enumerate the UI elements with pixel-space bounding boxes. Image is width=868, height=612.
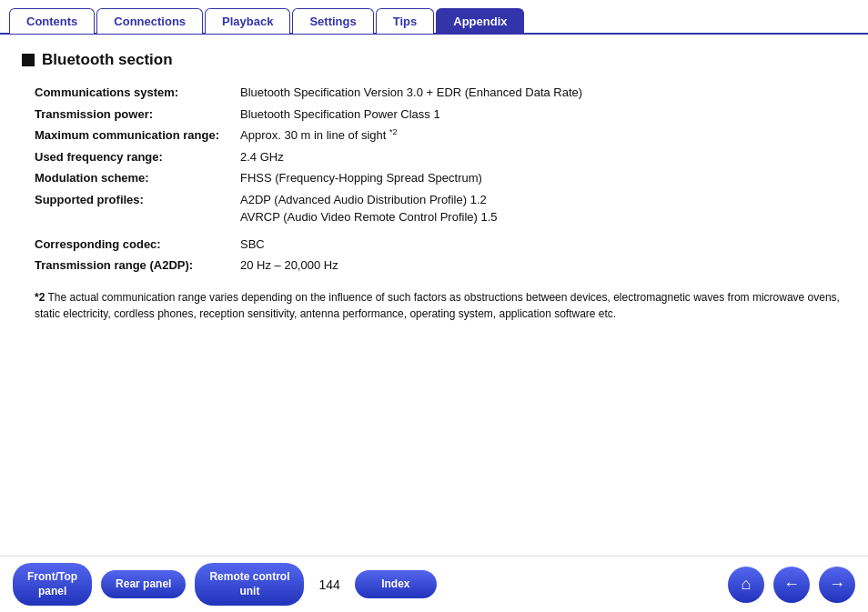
footnote-text: The actual communication range varies de… [35, 291, 840, 321]
spec-label-6: Corresponding codec: [22, 234, 240, 256]
remote-control-unit-button[interactable]: Remote control unit [195, 563, 304, 606]
back-button[interactable]: ← [773, 567, 810, 603]
tab-tips[interactable]: Tips [376, 8, 435, 34]
spec-label-3: Used frequency range: [22, 146, 240, 168]
spec-value-6: SBC [240, 234, 846, 256]
nav-tabs: Contents Connections Playback Settings T… [0, 0, 868, 35]
spec-value-7: 20 Hz – 20,000 Hz [240, 255, 846, 276]
spec-label-5: Supported profiles: [22, 189, 240, 228]
index-button[interactable]: Index [355, 570, 437, 599]
spec-value-0: Bluetooth Specification Version 3.0 + ED… [240, 82, 846, 104]
section-title-text: Bluetooth section [42, 51, 173, 69]
spec-label-0: Communications system: [22, 82, 240, 104]
spec-table: Communications system:Bluetooth Specific… [22, 82, 846, 276]
forward-icon: → [829, 575, 845, 594]
tab-connections[interactable]: Connections [96, 8, 203, 34]
page-number: 144 [313, 577, 345, 592]
home-icon: ⌂ [742, 575, 752, 594]
back-icon: ← [783, 575, 800, 594]
tab-settings[interactable]: Settings [292, 8, 373, 34]
spec-label-1: Transmission power: [22, 104, 240, 125]
spec-row-2: Maximum communication range:Approx. 30 m… [22, 125, 846, 146]
spec-value-2: Approx. 30 m in line of sight *2 [240, 125, 846, 146]
main-content: Bluetooth section Communications system:… [0, 35, 868, 332]
spec-label-4: Modulation scheme: [22, 167, 240, 189]
front-top-panel-button[interactable]: Front/Top panel [13, 563, 92, 606]
footnote-marker: *2 [35, 291, 45, 304]
spec-value-3: 2.4 GHz [240, 146, 846, 168]
tab-appendix[interactable]: Appendix [436, 8, 524, 34]
spec-row-5: Supported profiles:A2DP (Advanced Audio … [22, 189, 846, 228]
spec-row-6: Corresponding codec:SBC [22, 234, 846, 256]
tab-playback[interactable]: Playback [205, 8, 290, 34]
spec-value-4: FHSS (Frequency-Hopping Spread Spectrum) [240, 167, 846, 189]
footnote: *2 The actual communication range varies… [22, 289, 846, 323]
spec-row-4: Modulation scheme:FHSS (Frequency-Hoppin… [22, 167, 846, 189]
spec-row-3: Used frequency range:2.4 GHz [22, 146, 846, 168]
section-bullet [22, 54, 35, 66]
rear-panel-button[interactable]: Rear panel [101, 570, 186, 599]
home-button[interactable]: ⌂ [728, 567, 764, 603]
spec-label-2: Maximum communication range: [22, 125, 240, 146]
forward-button[interactable]: → [819, 567, 855, 603]
spec-value-1: Bluetooth Specification Power Class 1 [240, 104, 846, 125]
spec-row-0: Communications system:Bluetooth Specific… [22, 82, 846, 104]
bottom-nav: Front/Top panel Rear panel Remote contro… [0, 556, 868, 612]
spec-value-5: A2DP (Advanced Audio Distribution Profil… [240, 189, 846, 228]
spec-row-7: Transmission range (A2DP):20 Hz – 20,000… [22, 255, 846, 276]
tab-contents[interactable]: Contents [9, 8, 95, 34]
section-title: Bluetooth section [22, 51, 846, 69]
spec-label-7: Transmission range (A2DP): [22, 255, 240, 276]
spec-row-1: Transmission power:Bluetooth Specificati… [22, 104, 846, 125]
